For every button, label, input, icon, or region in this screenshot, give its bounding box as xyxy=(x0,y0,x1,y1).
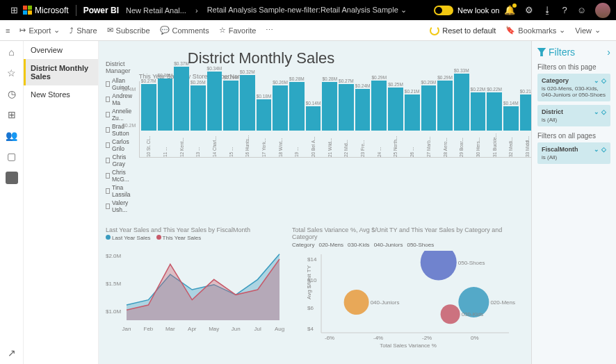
filters-title: Filters› xyxy=(537,47,610,58)
dm-item[interactable]: Annelie Zu... xyxy=(106,107,133,122)
line-title: Last Year Sales and This Year Sales by F… xyxy=(106,226,286,233)
svg-text:Apr: Apr xyxy=(188,326,197,332)
download-icon[interactable]: ⭳ xyxy=(543,5,552,15)
checkbox-icon[interactable] xyxy=(106,204,110,209)
page-panel: Overview District Monthly Sales New Stor… xyxy=(24,41,99,364)
page-overview[interactable]: Overview xyxy=(24,41,98,59)
dm-item[interactable]: Carlos Grilo xyxy=(106,138,133,153)
filters-section-all: Filters on all pages xyxy=(537,132,610,140)
recent-icon[interactable]: ◷ xyxy=(8,88,16,99)
action-bar: ≡ ↦ Export ⌄ ⤴ Share ✉ Subscribe 💬 Comme… xyxy=(0,20,616,41)
page-district-monthly[interactable]: District Monthly Sales xyxy=(24,59,98,85)
svg-text:Jul: Jul xyxy=(254,326,261,332)
newlook-toggle[interactable] xyxy=(434,6,453,15)
favorite-button[interactable]: ☆ Favorite xyxy=(219,26,257,35)
checkbox-icon[interactable] xyxy=(106,112,110,117)
svg-point-15 xyxy=(344,290,369,315)
scatter-chart[interactable]: Total Sales Variance %, Avg $/Unit TY an… xyxy=(292,226,524,349)
expand-icon[interactable]: ↗ xyxy=(8,347,16,358)
svg-text:-6%: -6% xyxy=(325,335,334,341)
top-bar: ⊞ Microsoft Power BI New Retail Anal... … xyxy=(0,0,616,20)
dm-item[interactable]: Tina Lassila xyxy=(106,183,133,199)
reset-icon xyxy=(430,26,439,35)
product-name[interactable]: Power BI xyxy=(83,6,119,15)
svg-text:030-Kids: 030-Kids xyxy=(462,311,484,317)
ty-sales-chart[interactable]: This Year Sales by StoreNumberName $0.4M… xyxy=(139,73,531,158)
workspaces-icon[interactable]: ▢ xyxy=(7,151,16,162)
scatter-title: Total Sales Variance %, Avg $/Unit TY an… xyxy=(292,226,524,240)
view-button[interactable]: View ⌄ xyxy=(575,26,601,35)
page-title: District Monthly Sales xyxy=(188,49,531,67)
collapse-filters-icon[interactable]: › xyxy=(607,47,610,58)
settings-icon[interactable]: ⚙ xyxy=(525,5,533,15)
svg-text:-2%: -2% xyxy=(422,335,432,341)
line-legend: Last Year Sales This Year Sales xyxy=(106,235,286,241)
breadcrumb-2[interactable]: Retail Analysis Sample-new-filter:Retail… xyxy=(207,6,407,15)
svg-text:040-Juniors: 040-Juniors xyxy=(371,299,400,306)
checkbox-icon[interactable] xyxy=(106,81,110,87)
checkbox-icon[interactable] xyxy=(106,127,110,133)
breadcrumb-1[interactable]: New Retail Anal... xyxy=(126,6,186,15)
svg-text:Feb: Feb xyxy=(144,326,154,332)
svg-text:Mar: Mar xyxy=(165,326,175,332)
share-button[interactable]: ⤴ Share xyxy=(70,26,97,35)
ms-grid-icon xyxy=(23,6,32,15)
svg-text:0%: 0% xyxy=(471,335,479,341)
page-new-stores[interactable]: New Stores xyxy=(24,85,98,104)
more-icon[interactable]: ⋯ xyxy=(266,26,273,35)
filter-fiscalmonth[interactable]: FiscalMonth⌄ ◇ is (All) xyxy=(537,142,610,164)
filters-pane: Filters› Filters on this page Category⌄ … xyxy=(531,41,616,364)
bookmarks-button[interactable]: 🔖 Bookmarks ⌄ xyxy=(505,26,565,35)
district-manager-slicer: District Manager Allan GuinotAndrew MaAn… xyxy=(106,60,133,214)
svg-text:$1.5M: $1.5M xyxy=(106,281,122,287)
checkbox-icon[interactable] xyxy=(106,97,110,102)
apps-icon[interactable]: ⊞ xyxy=(10,5,18,15)
favorites-icon[interactable]: ☆ xyxy=(7,67,16,78)
line-chart[interactable]: Last Year Sales and This Year Sales by F… xyxy=(106,226,286,349)
ms-logo: Microsoft xyxy=(23,6,69,15)
svg-text:$1.0M: $1.0M xyxy=(106,308,122,315)
svg-text:050-Shoes: 050-Shoes xyxy=(458,260,485,266)
checkbox-icon[interactable] xyxy=(106,158,110,163)
left-rail: ⌂ ☆ ◷ ⊞ 👥 ▢ ↗ xyxy=(0,41,24,364)
svg-text:Aug: Aug xyxy=(275,326,284,332)
dm-item[interactable]: Chris Gray xyxy=(106,153,133,168)
report-canvas: District Manager Allan GuinotAndrew MaAn… xyxy=(99,41,531,364)
svg-text:$4: $4 xyxy=(307,326,314,332)
filter-district[interactable]: District⌄ ◇ is (All) xyxy=(537,105,610,126)
filters-section-page: Filters on this page xyxy=(537,63,610,71)
comments-button[interactable]: 💬 Comments xyxy=(160,26,209,35)
feedback-icon[interactable]: ☺ xyxy=(577,5,586,15)
svg-point-13 xyxy=(441,304,460,324)
svg-point-17 xyxy=(421,251,457,281)
reset-button[interactable]: Reset to default xyxy=(430,26,496,35)
menu-icon[interactable]: ≡ xyxy=(6,26,10,35)
export-button[interactable]: ↦ Export ⌄ xyxy=(19,26,60,35)
checkbox-icon[interactable] xyxy=(106,188,110,194)
svg-text:-4%: -4% xyxy=(373,335,383,341)
apps-icon-rail[interactable]: ⊞ xyxy=(8,109,16,120)
ms-text: Microsoft xyxy=(35,6,69,15)
svg-text:Jan: Jan xyxy=(122,326,131,332)
svg-text:$2.0M: $2.0M xyxy=(106,253,122,259)
svg-text:$14: $14 xyxy=(307,256,317,263)
avatar[interactable] xyxy=(595,3,610,18)
home-icon[interactable]: ⌂ xyxy=(8,47,14,58)
checkbox-icon[interactable] xyxy=(106,173,110,179)
shared-icon[interactable]: 👥 xyxy=(6,130,17,141)
svg-text:Avg $/Unit TY: Avg $/Unit TY xyxy=(306,265,312,299)
checkbox-icon[interactable] xyxy=(106,142,110,148)
dm-item[interactable]: Valery Ush... xyxy=(106,199,133,214)
dm-item[interactable]: Chris McG... xyxy=(106,168,133,183)
scatter-legend: Category 020-Mens 030-Kids 040-Juniors 0… xyxy=(292,242,524,248)
dm-item[interactable]: Andrew Ma xyxy=(106,92,133,107)
current-workspace-icon[interactable] xyxy=(6,172,18,184)
help-icon[interactable]: ? xyxy=(562,5,567,15)
notifications-icon[interactable]: 🔔 xyxy=(504,5,515,15)
svg-text:Jun: Jun xyxy=(232,326,241,332)
newlook-label: New look on xyxy=(457,6,500,15)
filter-icon xyxy=(537,48,546,56)
subscribe-button[interactable]: ✉ Subscribe xyxy=(107,26,150,35)
svg-text:May: May xyxy=(209,326,219,332)
filter-category[interactable]: Category⌄ ◇ is 020-Mens, 030-Kids, 040-J… xyxy=(537,74,610,101)
